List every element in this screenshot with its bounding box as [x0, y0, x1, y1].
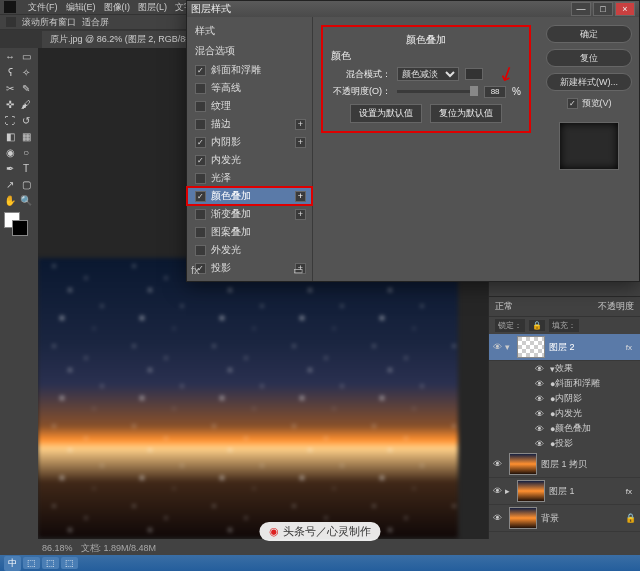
effect-row[interactable]: 👁● 斜面和浮雕 [489, 376, 640, 391]
visibility-icon[interactable]: 👁 [535, 409, 544, 419]
visibility-icon[interactable]: 👁 [493, 513, 505, 523]
taskbar-item[interactable]: ⬚ [61, 557, 78, 569]
layer-name[interactable]: 图层 2 [549, 341, 626, 354]
blend-mode-select[interactable]: 颜色减淡 [397, 67, 459, 81]
taskbar-item[interactable]: ⬚ [42, 557, 59, 569]
fx-badge[interactable]: fx [626, 343, 632, 352]
marquee-tool-icon[interactable]: ▭ [18, 48, 34, 64]
doc-info[interactable]: 文档: 1.89M/8.48M [81, 542, 157, 555]
effect-row[interactable]: 👁● 颜色叠加 [489, 421, 640, 436]
add-icon[interactable]: + [295, 119, 306, 130]
document-tab[interactable]: 原片.jpg @ 86.2% (图层 2, RGB/8#) * [42, 31, 208, 48]
expand-icon[interactable]: ▸ [505, 486, 513, 496]
effect-row[interactable]: 👁▾ 效果 [489, 361, 640, 376]
new-style-button[interactable]: 新建样式(W)... [546, 73, 632, 91]
windows-taskbar[interactable]: 中 ⬚ ⬚ ⬚ [0, 555, 640, 571]
fx-badge[interactable]: fx [626, 487, 632, 496]
layer-thumbnail[interactable] [509, 453, 537, 475]
expand-icon[interactable]: ▾ [505, 342, 513, 352]
layer-row[interactable]: 👁 ▸ 图层 1 fx [489, 478, 640, 505]
cancel-button[interactable]: 复位 [546, 49, 632, 67]
history-brush-icon[interactable]: ↺ [18, 112, 34, 128]
trash-icon[interactable]: ▭ [293, 264, 303, 277]
layer-row[interactable]: 👁 图层 1 拷贝 [489, 451, 640, 478]
menu-layer[interactable]: 图层(L) [138, 1, 167, 14]
maximize-button[interactable]: □ [593, 2, 613, 16]
lock-icon[interactable]: 🔒 [529, 320, 545, 331]
visibility-icon[interactable]: 👁 [535, 439, 544, 449]
effect-row[interactable]: 👁● 投影 [489, 436, 640, 451]
visibility-icon[interactable]: 👁 [535, 394, 544, 404]
visibility-icon[interactable]: 👁 [535, 424, 544, 434]
blend-options-header[interactable]: 混合选项 [187, 41, 312, 61]
add-icon[interactable]: + [295, 209, 306, 220]
style-bevel[interactable]: ✓斜面和浮雕 [187, 61, 312, 79]
add-icon[interactable]: + [295, 137, 306, 148]
move-tool-icon[interactable]: ↔ [2, 48, 18, 64]
visibility-icon[interactable]: 👁 [493, 459, 505, 469]
visibility-icon[interactable]: 👁 [493, 486, 505, 496]
layer-thumbnail[interactable] [517, 336, 545, 358]
style-texture[interactable]: 纹理 [187, 97, 312, 115]
gradient-tool-icon[interactable]: ▦ [18, 128, 34, 144]
style-inner-glow[interactable]: ✓内发光 [187, 151, 312, 169]
option-fit-screen[interactable]: 适合屏 [82, 16, 109, 29]
style-inner-shadow[interactable]: ✓内阴影+ [187, 133, 312, 151]
type-tool-icon[interactable]: T [18, 160, 34, 176]
minimize-button[interactable]: — [571, 2, 591, 16]
dialog-titlebar[interactable]: 图层样式 — □ × [187, 1, 639, 17]
effect-row[interactable]: 👁● 内阴影 [489, 391, 640, 406]
preview-checkbox[interactable]: ✓ [567, 98, 578, 109]
visibility-icon[interactable]: 👁 [535, 364, 544, 374]
color-swatches[interactable] [2, 212, 34, 236]
wand-tool-icon[interactable]: ✧ [18, 64, 34, 80]
option-checkbox[interactable] [6, 17, 16, 27]
menu-edit[interactable]: 编辑(E) [66, 1, 96, 14]
heal-tool-icon[interactable]: ✜ [2, 96, 18, 112]
styles-header[interactable]: 样式 [187, 21, 312, 41]
opacity-slider[interactable] [397, 90, 478, 93]
style-color-overlay[interactable]: ✓颜色叠加+ [187, 187, 312, 205]
style-satin[interactable]: 光泽 [187, 169, 312, 187]
layer-thumbnail[interactable] [509, 507, 537, 529]
hand-tool-icon[interactable]: ✋ [2, 192, 18, 208]
close-button[interactable]: × [615, 2, 635, 16]
layer-name[interactable]: 图层 1 [549, 485, 626, 498]
brush-tool-icon[interactable]: 🖌 [18, 96, 34, 112]
background-color[interactable] [12, 220, 28, 236]
style-contour[interactable]: 等高线 [187, 79, 312, 97]
zoom-tool-icon[interactable]: 🔍 [18, 192, 34, 208]
crop-tool-icon[interactable]: ✂ [2, 80, 18, 96]
layer-name[interactable]: 背景 [541, 512, 625, 525]
add-icon[interactable]: + [295, 191, 306, 202]
menu-image[interactable]: 图像(I) [104, 1, 131, 14]
effect-row[interactable]: 👁● 内发光 [489, 406, 640, 421]
eyedropper-tool-icon[interactable]: ✎ [18, 80, 34, 96]
taskbar-item[interactable]: ⬚ [23, 557, 40, 569]
visibility-icon[interactable]: 👁 [493, 342, 505, 352]
dodge-tool-icon[interactable]: ○ [18, 144, 34, 160]
blur-tool-icon[interactable]: ◉ [2, 144, 18, 160]
lasso-tool-icon[interactable]: ʕ [2, 64, 18, 80]
layer-thumbnail[interactable] [517, 480, 545, 502]
layer-name[interactable]: 图层 1 拷贝 [541, 458, 636, 471]
menu-file[interactable]: 文件(F) [28, 1, 58, 14]
style-outer-glow[interactable]: 外发光 [187, 241, 312, 259]
reset-default-button[interactable]: 复位为默认值 [430, 104, 502, 123]
style-gradient-overlay[interactable]: 渐变叠加+ [187, 205, 312, 223]
stamp-tool-icon[interactable]: ⛶ [2, 112, 18, 128]
ok-button[interactable]: 确定 [546, 25, 632, 43]
fx-menu-icon[interactable]: fx [191, 264, 200, 277]
eraser-tool-icon[interactable]: ◧ [2, 128, 18, 144]
path-tool-icon[interactable]: ↗ [2, 176, 18, 192]
layer-row[interactable]: 👁 背景 🔒 [489, 505, 640, 532]
style-pattern-overlay[interactable]: 图案叠加 [187, 223, 312, 241]
visibility-icon[interactable]: 👁 [535, 379, 544, 389]
ime-button[interactable]: 中 [4, 556, 21, 571]
color-swatch[interactable] [465, 68, 483, 80]
blend-mode-select[interactable]: 正常 [495, 300, 513, 313]
opacity-value[interactable]: 88 [484, 86, 506, 98]
pen-tool-icon[interactable]: ✒ [2, 160, 18, 176]
style-stroke[interactable]: 描边+ [187, 115, 312, 133]
make-default-button[interactable]: 设置为默认值 [350, 104, 422, 123]
